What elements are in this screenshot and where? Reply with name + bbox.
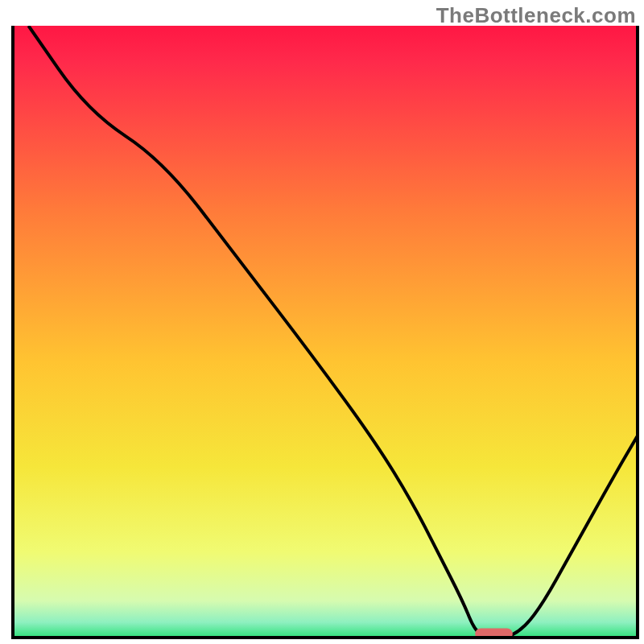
chart-stage: TheBottleneck.com <box>0 0 644 644</box>
bottleneck-chart <box>0 0 644 644</box>
gradient-background <box>13 26 638 638</box>
